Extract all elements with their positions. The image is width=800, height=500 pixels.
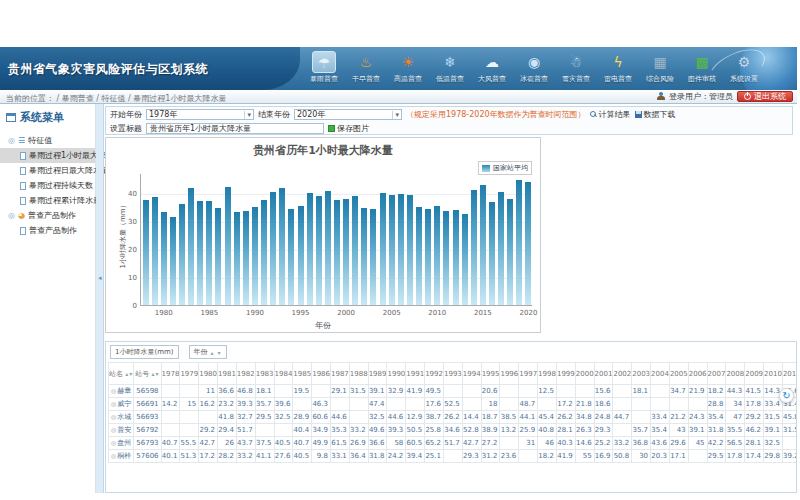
col-header-year[interactable]: 1998 xyxy=(538,363,557,385)
nav-item-大风普查[interactable]: ☁大风普查 xyxy=(471,51,513,88)
col-header-year[interactable]: 1986 xyxy=(312,363,331,385)
col-header-year[interactable]: 2008 xyxy=(726,363,745,385)
col-header-station-name[interactable]: 站名 ▴▾ xyxy=(109,363,134,385)
table-row[interactable]: ◎盘州5679340.755.542.72643.737.540.540.749… xyxy=(109,437,798,450)
value-cell: 37.5 xyxy=(255,437,274,450)
col-header-year[interactable]: 1991 xyxy=(406,363,425,385)
value-cell: 17.1 xyxy=(669,450,688,463)
col-header-year[interactable]: 1982 xyxy=(236,363,255,385)
col-header-year[interactable]: 2007 xyxy=(707,363,726,385)
station-name-cell[interactable]: ◎桐梓 xyxy=(109,450,134,463)
radio-icon[interactable]: ◎ xyxy=(111,413,116,420)
col-header-year[interactable]: 1978 xyxy=(161,363,180,385)
nav-item-综合风险[interactable]: ▦综合风险 xyxy=(639,51,681,88)
sidebar-item-暴雨过程日最大降水量[interactable]: 暴雨过程日最大降水量 xyxy=(0,163,95,178)
col-header-year[interactable]: 2006 xyxy=(688,363,707,385)
col-header-year[interactable]: 1981 xyxy=(218,363,237,385)
table-row[interactable]: ◎威宁5669114.21516.223.239.335.739.646.347… xyxy=(109,398,798,411)
station-name-cell[interactable]: ◎威宁 xyxy=(109,398,134,411)
value-cell: 47.4 xyxy=(368,398,387,411)
chart-bar xyxy=(370,209,376,305)
radio-icon[interactable]: ◎ xyxy=(111,400,116,407)
col-header-year[interactable]: 1984 xyxy=(274,363,293,385)
col-header-year[interactable]: 2009 xyxy=(745,363,764,385)
radio-icon[interactable]: ◎ xyxy=(111,452,116,459)
sidebar-item-暴雨过程1小时最大降水量[interactable]: 暴雨过程1小时最大降水量 xyxy=(0,148,95,163)
col-header-year[interactable]: 1996 xyxy=(500,363,519,385)
collapse-icon[interactable]: ◎ xyxy=(8,136,15,145)
sort-icons[interactable]: ▴ ▾ xyxy=(211,349,222,356)
logout-button[interactable]: 退出系统 xyxy=(737,91,793,102)
sidebar-group-普查产品制作[interactable]: ◎◕普查产品制作 xyxy=(0,208,95,223)
chart-bar xyxy=(170,217,176,305)
radio-icon[interactable]: ◎ xyxy=(111,387,116,394)
station-name-cell[interactable]: ◎水城 xyxy=(109,411,134,424)
col-header-year[interactable]: 1994 xyxy=(462,363,481,385)
nav-item-低温普查[interactable]: ❄低温普查 xyxy=(429,51,471,88)
col-header-year[interactable]: 1995 xyxy=(481,363,500,385)
col-header-year[interactable]: 1992 xyxy=(425,363,444,385)
nav-item-暴雨普查[interactable]: ☂暴雨普查 xyxy=(303,51,345,88)
calc-result-button[interactable]: 计算结果 xyxy=(590,109,631,120)
refresh-icon[interactable]: ↻ xyxy=(779,388,794,403)
x-tick-label: 1990 xyxy=(246,309,264,317)
year-sort-chip[interactable]: 年份 ▴ ▾ xyxy=(189,345,227,359)
data-download-button[interactable]: 数据下载 xyxy=(635,109,676,120)
table-row[interactable]: ◎水城5669341.832.729.532.528.960.644.632.5… xyxy=(109,411,798,424)
nav-item-冰雹普查[interactable]: ◉冰雹普查 xyxy=(513,51,555,88)
app-window: 贵州省气象灾害风险评估与区划系统 ☂暴雨普查♨干旱普查☀高温普查❄低温普查☁大风… xyxy=(0,0,800,500)
col-header-year[interactable]: 2002 xyxy=(613,363,632,385)
col-header-year[interactable]: 1989 xyxy=(368,363,387,385)
value-cell: 33.4 xyxy=(651,411,670,424)
col-header-station-id[interactable]: 站号 ▴▾ xyxy=(134,363,161,385)
col-header-year[interactable]: 2005 xyxy=(669,363,688,385)
sidebar-item-暴雨过程累计降水量[interactable]: 暴雨过程累计降水量 xyxy=(0,193,95,208)
save-image-button[interactable]: 保存图片 xyxy=(328,123,369,134)
table-row[interactable]: ◎普安5679229.229.451.740.434.935.333.249.6… xyxy=(109,424,798,437)
col-header-year[interactable]: 2003 xyxy=(632,363,651,385)
col-header-year[interactable]: 2001 xyxy=(594,363,613,385)
nav-item-高温普查[interactable]: ☀高温普查 xyxy=(387,51,429,88)
sidebar-group-特征值[interactable]: ◎☰特征值 xyxy=(0,133,95,148)
col-header-year[interactable]: 1990 xyxy=(387,363,406,385)
col-header-year[interactable]: 2011 xyxy=(782,363,797,385)
chevron-down-icon: ▾ xyxy=(244,111,251,119)
col-header-year[interactable]: 1997 xyxy=(519,363,538,385)
radio-icon[interactable]: ◎ xyxy=(111,439,116,446)
sidebar-item-普查产品制作[interactable]: 普查产品制作 xyxy=(0,223,95,238)
radio-icon[interactable]: ◎ xyxy=(111,426,116,433)
table-row[interactable]: ◎赫章565981136.646.818.119.529.131.539.132… xyxy=(109,385,798,398)
nav-item-雪灾普查[interactable]: ☃雪灾普查 xyxy=(555,51,597,88)
station-name-cell[interactable]: ◎赫章 xyxy=(109,385,134,398)
start-year-select[interactable]: 1978年 ▾ xyxy=(146,109,254,120)
value-cell: 30 xyxy=(632,450,651,463)
chart-bar xyxy=(525,182,531,305)
col-header-year[interactable]: 2000 xyxy=(575,363,594,385)
col-header-year[interactable]: 2010 xyxy=(764,363,783,385)
nav-item-雷电普查[interactable]: ϟ雷电普查 xyxy=(597,51,639,88)
station-name-cell[interactable]: ◎普安 xyxy=(109,424,134,437)
table-row[interactable]: ◎桐梓5760640.151.317.228.233.241.127.640.5… xyxy=(109,450,798,463)
sidebar-item-暴雨过程持续天数[interactable]: 暴雨过程持续天数 xyxy=(0,178,95,193)
sort-icons[interactable]: ▴▾ xyxy=(125,370,133,377)
col-header-year[interactable]: 1979 xyxy=(180,363,199,385)
col-header-year[interactable]: 1985 xyxy=(293,363,312,385)
sort-icons[interactable]: ▴▾ xyxy=(152,370,160,377)
nav-item-系统设置[interactable]: ⚙系统设置 xyxy=(723,51,765,88)
value-cell: 17.2 xyxy=(199,450,218,463)
col-header-year[interactable]: 1993 xyxy=(443,363,462,385)
col-header-year[interactable]: 1999 xyxy=(556,363,575,385)
station-name-cell[interactable]: ◎盘州 xyxy=(109,437,134,450)
col-header-year[interactable]: 2004 xyxy=(651,363,670,385)
collapse-icon[interactable]: ◎ xyxy=(8,211,15,220)
chart-title-input[interactable]: 贵州省历年1小时最大降水量 xyxy=(146,123,324,134)
col-header-year[interactable]: 1987 xyxy=(331,363,350,385)
sidebar-splitter[interactable]: ◂ xyxy=(96,104,104,493)
nav-item-干旱普查[interactable]: ♨干旱普查 xyxy=(345,51,387,88)
value-cell: 39.3 xyxy=(236,398,255,411)
col-header-year[interactable]: 1988 xyxy=(349,363,368,385)
col-header-year[interactable]: 1980 xyxy=(199,363,218,385)
end-year-select[interactable]: 2020年 ▾ xyxy=(294,109,402,120)
nav-item-图件审核[interactable]: ▩图件审核 xyxy=(681,51,723,88)
col-header-year[interactable]: 1983 xyxy=(255,363,274,385)
